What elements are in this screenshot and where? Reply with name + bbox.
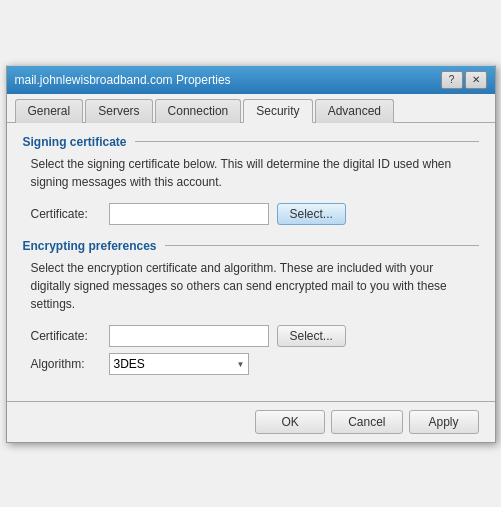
- tab-content: Signing certificate Select the signing c…: [7, 123, 495, 401]
- properties-window: mail.johnlewisbroadband.com Properties ?…: [6, 65, 496, 443]
- title-bar-controls: ? ✕: [441, 71, 487, 89]
- tabs-bar: General Servers Connection Security Adva…: [7, 94, 495, 123]
- signing-certificate-row: Certificate: Select...: [31, 203, 471, 225]
- encrypting-section: Encrypting preferences Select the encryp…: [23, 239, 479, 375]
- signing-description: Select the signing certificate below. Th…: [31, 155, 471, 191]
- encrypting-cert-input[interactable]: [109, 325, 269, 347]
- encrypting-select-button[interactable]: Select...: [277, 325, 346, 347]
- tab-security[interactable]: Security: [243, 99, 312, 123]
- signing-title: Signing certificate: [23, 135, 127, 149]
- close-button[interactable]: ✕: [465, 71, 487, 89]
- cancel-button[interactable]: Cancel: [331, 410, 402, 434]
- encrypting-certificate-row: Certificate: Select...: [31, 325, 471, 347]
- tab-servers[interactable]: Servers: [85, 99, 152, 123]
- ok-button[interactable]: OK: [255, 410, 325, 434]
- encrypting-section-header: Encrypting preferences: [23, 239, 479, 253]
- signing-select-button[interactable]: Select...: [277, 203, 346, 225]
- algorithm-row: Algorithm: 3DES AES-128 AES-256 RC2-40bi…: [31, 353, 471, 375]
- encrypting-divider: [165, 245, 479, 246]
- signing-cert-label: Certificate:: [31, 207, 101, 221]
- algorithm-select-wrapper: 3DES AES-128 AES-256 RC2-40bit RC2-64bit…: [109, 353, 249, 375]
- algorithm-label: Algorithm:: [31, 357, 101, 371]
- signing-section: Signing certificate Select the signing c…: [23, 135, 479, 225]
- encrypting-cert-label: Certificate:: [31, 329, 101, 343]
- title-bar: mail.johnlewisbroadband.com Properties ?…: [7, 66, 495, 94]
- signing-divider: [135, 141, 479, 142]
- signing-cert-input[interactable]: [109, 203, 269, 225]
- help-button[interactable]: ?: [441, 71, 463, 89]
- tab-connection[interactable]: Connection: [155, 99, 242, 123]
- tab-advanced[interactable]: Advanced: [315, 99, 394, 123]
- tab-general[interactable]: General: [15, 99, 84, 123]
- window-title: mail.johnlewisbroadband.com Properties: [15, 73, 231, 87]
- signing-section-header: Signing certificate: [23, 135, 479, 149]
- apply-button[interactable]: Apply: [409, 410, 479, 434]
- algorithm-select[interactable]: 3DES AES-128 AES-256 RC2-40bit RC2-64bit…: [109, 353, 249, 375]
- encrypting-title: Encrypting preferences: [23, 239, 157, 253]
- footer: OK Cancel Apply: [7, 401, 495, 442]
- encrypting-description: Select the encryption certificate and al…: [31, 259, 471, 313]
